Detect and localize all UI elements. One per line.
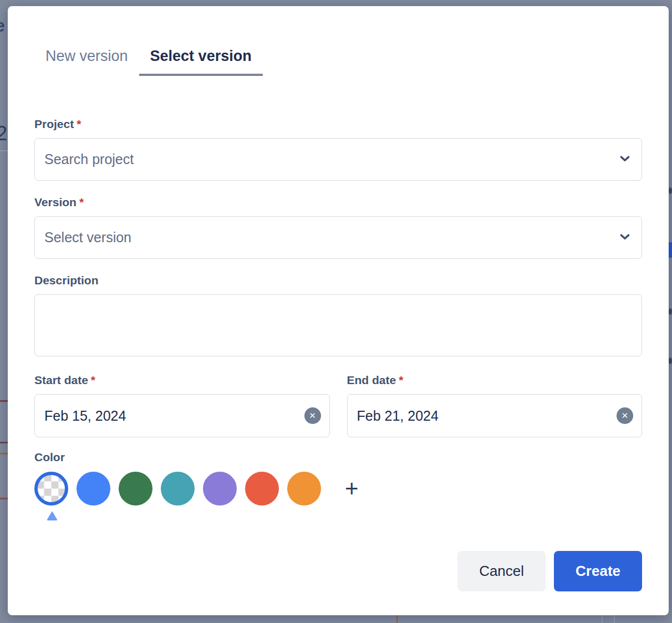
project-select[interactable]: Search project <box>34 138 642 181</box>
background-peek-mark <box>669 187 672 194</box>
background-column-line <box>614 614 615 623</box>
end-date-input[interactable] <box>347 394 643 437</box>
version-label: Version* <box>34 195 642 210</box>
start-date-clear-icon[interactable]: ✕ <box>304 407 321 424</box>
required-asterisk: * <box>91 374 95 386</box>
color-swatch-blue[interactable] <box>77 472 110 505</box>
color-swatch-transparent[interactable] <box>34 472 68 505</box>
cancel-button[interactable]: Cancel <box>457 551 546 591</box>
end-date-field: End date* ✕ <box>347 373 643 437</box>
start-date-field: Start date* ✕ <box>34 373 330 437</box>
tab-select-version[interactable]: Select version <box>139 46 263 76</box>
create-version-dialog: New version Select version Project* Sear… <box>8 6 669 615</box>
color-swatch-row: + <box>34 471 642 506</box>
chevron-down-icon <box>618 229 632 246</box>
background-column-line <box>396 614 398 623</box>
end-date-clear-icon[interactable]: ✕ <box>617 407 633 424</box>
background-peek-number: 2 <box>0 122 7 145</box>
required-asterisk: * <box>399 374 403 386</box>
description-textarea[interactable] <box>34 294 642 356</box>
selected-swatch-pointer-icon <box>47 511 58 520</box>
color-swatch-orange[interactable] <box>287 472 321 505</box>
required-asterisk: * <box>77 118 81 130</box>
color-swatch-green[interactable] <box>119 472 152 505</box>
background-peek-mark <box>669 358 672 364</box>
version-select[interactable]: Select version <box>34 216 642 259</box>
create-button[interactable]: Create <box>554 551 642 591</box>
project-select-placeholder: Search project <box>44 151 134 167</box>
color-swatch-purple[interactable] <box>203 472 237 505</box>
color-swatch-teal[interactable] <box>161 472 195 505</box>
start-date-input[interactable] <box>34 394 330 437</box>
color-label: Color <box>34 450 642 464</box>
background-peek-mark <box>669 308 672 315</box>
description-label: Description <box>34 273 642 288</box>
start-date-label: Start date* <box>34 373 330 387</box>
chevron-down-icon <box>618 151 632 168</box>
tab-new-version[interactable]: New version <box>34 46 139 76</box>
background-column-line <box>602 614 603 623</box>
dialog-tabs: New version Select version <box>34 6 642 76</box>
background-peek-text: e <box>0 16 5 36</box>
version-select-placeholder: Select version <box>44 229 131 246</box>
color-swatch-red[interactable] <box>245 472 279 505</box>
project-label: Project* <box>34 117 642 131</box>
required-asterisk: * <box>79 196 84 208</box>
end-date-label: End date* <box>347 373 643 387</box>
dates-row: Start date* ✕ End date* ✕ <box>34 373 642 437</box>
add-color-button[interactable]: + <box>340 472 363 505</box>
dialog-footer: Cancel Create <box>34 551 642 591</box>
